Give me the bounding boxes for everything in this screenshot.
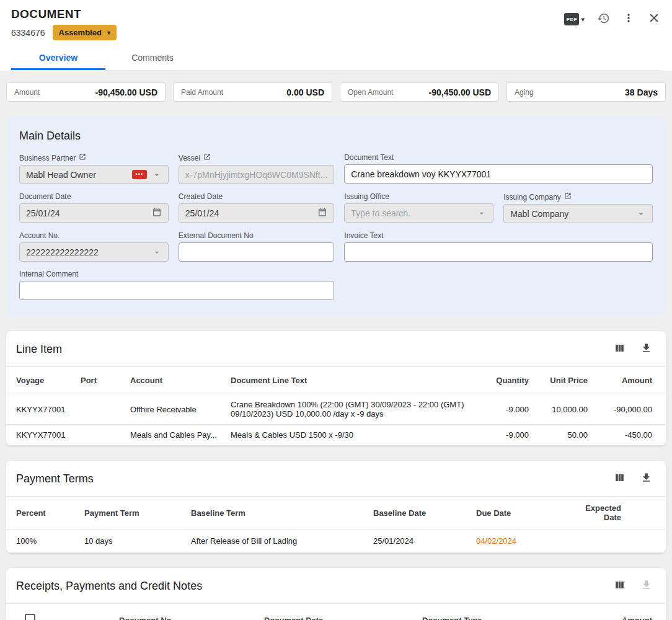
col-header-expected-date: Expected Date	[570, 497, 666, 529]
more-menu-button[interactable]	[622, 12, 635, 27]
section-title: Payment Terms	[16, 472, 94, 485]
col-header-document-type: Document Type	[417, 604, 591, 620]
history-icon	[597, 12, 610, 27]
history-button[interactable]	[597, 12, 610, 27]
cell-document-line-text: Crane Breakdown 100% (22:00 (GMT) 30/09/…	[226, 394, 475, 425]
cell-baseline-date: 25/01/2024	[368, 529, 471, 553]
invoice-text-label: Invoice Text	[344, 231, 383, 240]
status-badge[interactable]: Assembled ▾	[53, 25, 117, 40]
download-button-disabled	[640, 579, 652, 593]
field-business-partner: Business Partner Mabl Head Owner •••	[19, 153, 169, 184]
field-document-date: Document Date 25/01/24	[19, 192, 169, 223]
cell-port	[76, 394, 125, 425]
cell-voyage: KKYYX77001	[6, 394, 76, 425]
account-no-value: 222222222222222	[26, 247, 147, 257]
columns-icon	[614, 472, 626, 486]
table-header-row: Document No Document Date Document Type …	[6, 604, 666, 620]
col-header-amount: Amount	[593, 367, 666, 394]
title-area: DOCUMENT 6334676 Assembled ▾	[11, 7, 117, 40]
cell-payment-term: 10 days	[79, 529, 186, 553]
cell-voyage: KKYYX77001	[6, 425, 76, 446]
document-text-label: Document Text	[344, 153, 394, 162]
cell-account: Meals and Cables Pay...	[125, 425, 226, 446]
summary-value: 0.00 USD	[286, 87, 324, 97]
main-details-section: Main Details Business Partner Mabl Head …	[6, 117, 666, 316]
invoice-text-input[interactable]	[344, 242, 653, 262]
business-partner-select[interactable]: Mabl Head Owner •••	[19, 165, 169, 184]
main-content: Amount -90,450.00 USD Paid Amount 0.00 U…	[0, 71, 672, 620]
document-date-field[interactable]: 25/01/24	[19, 203, 169, 223]
created-date-field[interactable]: 25/01/24	[179, 203, 335, 223]
internal-comment-label: Internal Comment	[19, 270, 78, 278]
external-document-no-input[interactable]	[179, 242, 335, 262]
col-header-baseline-term: Baseline Term	[186, 497, 368, 529]
column-settings-button[interactable]	[614, 579, 626, 593]
line-item-section: Line Item Vo	[6, 331, 666, 446]
download-icon	[640, 342, 652, 356]
calendar-icon[interactable]	[317, 207, 327, 219]
field-invoice-text: Invoice Text	[344, 231, 653, 262]
summary-value: -90,450.00 USD	[95, 87, 157, 97]
cell-quantity: -9.000	[475, 425, 534, 446]
select-all-checkbox[interactable]	[25, 614, 35, 620]
summary-row: Amount -90,450.00 USD Paid Amount 0.00 U…	[6, 82, 666, 102]
table-row[interactable]: KKYYX77001 Offhire Receivable Crane Brea…	[6, 394, 666, 425]
column-settings-button[interactable]	[614, 472, 626, 486]
receipts-section: Receipts, Payments and Credit Notes	[6, 568, 666, 620]
account-no-label: Account No.	[19, 231, 60, 240]
issuing-office-select[interactable]: Type to search.	[344, 203, 493, 223]
download-button[interactable]	[640, 342, 652, 356]
cell-amount: -90,000.00	[593, 394, 666, 425]
cell-unit-price: 50.00	[534, 425, 593, 446]
chevron-down-icon	[152, 247, 162, 257]
account-no-select[interactable]: 222222222222222	[19, 242, 169, 262]
created-date-label: Created Date	[179, 192, 223, 201]
topbar: DOCUMENT 6334676 Assembled ▾ PDF ▾	[0, 0, 672, 71]
field-internal-comment: Internal Comment	[19, 270, 334, 300]
vessel-field[interactable]: x-7pMnHjyjimtxgHOq6WC0M9SNft...	[179, 165, 335, 184]
summary-card-aging: Aging 38 Days	[506, 82, 666, 102]
section-title: Main Details	[19, 130, 653, 143]
table-row[interactable]: 100% 10 days After Release of Bill of La…	[6, 529, 666, 553]
document-text-input[interactable]	[344, 164, 653, 184]
external-link-icon[interactable]	[564, 192, 572, 202]
partner-alert-chip[interactable]: •••	[132, 170, 147, 179]
col-header-quantity: Quantity	[475, 367, 534, 394]
columns-icon	[614, 579, 626, 593]
tab-overview[interactable]: Overview	[11, 46, 105, 70]
download-button[interactable]	[640, 472, 652, 486]
issuing-company-label: Issuing Company	[503, 193, 561, 202]
internal-comment-input[interactable]	[19, 281, 334, 300]
section-title: Receipts, Payments and Credit Notes	[16, 580, 202, 593]
tab-bar: Overview Comments	[11, 46, 661, 71]
col-header-due-date: Due Date	[471, 497, 570, 529]
cell-baseline-term: After Release of Bill of Lading	[186, 529, 368, 553]
pdf-export-button[interactable]: PDF ▾	[564, 13, 585, 25]
field-external-document-no: External Document No	[179, 231, 335, 262]
summary-label: Amount	[14, 88, 40, 97]
summary-label: Paid Amount	[181, 88, 223, 97]
table-row[interactable]: KKYYX77001 Meals and Cables Pay... Meals…	[6, 425, 666, 446]
external-link-icon[interactable]	[79, 153, 86, 162]
cell-document-line-text: Meals & Cables USD 1500 x -9/30	[226, 425, 475, 446]
cell-amount: -450.00	[593, 425, 666, 446]
col-header-percent: Percent	[6, 497, 79, 529]
field-created-date: Created Date 25/01/24	[179, 192, 335, 223]
summary-value: 38 Days	[625, 87, 658, 97]
close-icon	[647, 11, 661, 27]
kebab-menu-icon	[622, 12, 635, 27]
issuing-company-select[interactable]: Mabl Company	[503, 204, 653, 223]
col-header-port: Port	[76, 367, 125, 394]
column-settings-button[interactable]	[614, 342, 626, 356]
issuing-office-label: Issuing Office	[344, 192, 389, 201]
external-link-icon[interactable]	[203, 153, 211, 162]
table-header-row: Percent Payment Term Baseline Term Basel…	[6, 497, 666, 529]
close-button[interactable]	[647, 11, 661, 27]
status-badge-label: Assembled	[59, 28, 102, 37]
chevron-down-icon	[477, 208, 487, 218]
tab-comments[interactable]: Comments	[105, 46, 200, 70]
calendar-icon[interactable]	[152, 207, 162, 219]
chevron-down-icon: ▾	[581, 16, 585, 24]
col-header-amount: Amount	[591, 604, 666, 620]
business-partner-label: Business Partner	[19, 154, 76, 162]
